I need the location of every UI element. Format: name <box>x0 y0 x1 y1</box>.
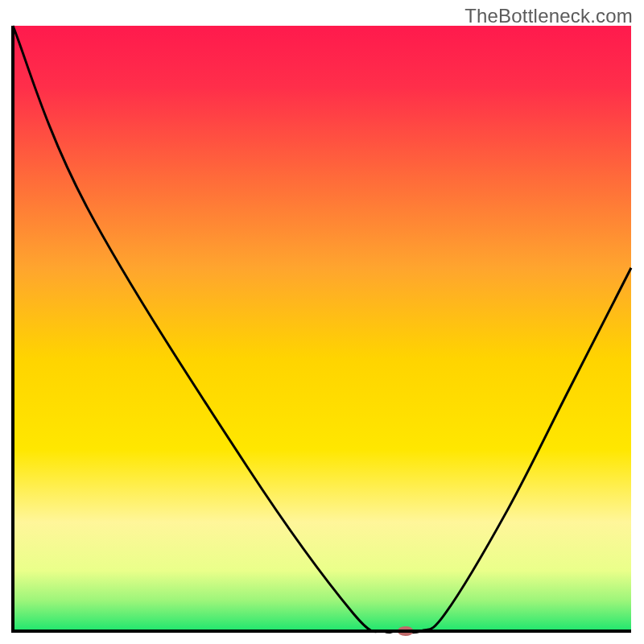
bottleneck-chart <box>0 0 644 644</box>
plot-background <box>13 26 631 631</box>
chart-container: TheBottleneck.com <box>0 0 644 644</box>
watermark-label: TheBottleneck.com <box>464 5 633 27</box>
